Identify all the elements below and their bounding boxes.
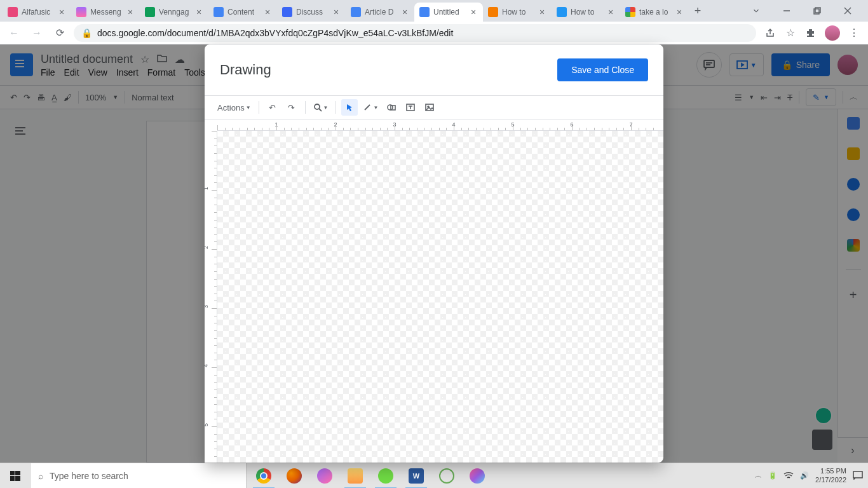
tab-label: How to xyxy=(502,8,535,17)
taskbar-word-icon[interactable]: W xyxy=(402,463,431,489)
address-bar: ← → ⟳ 🔒 docs.google.com/document/d/1MBA2… xyxy=(0,22,868,44)
taskbar-chrome-icon[interactable] xyxy=(249,463,278,489)
select-tool-icon[interactable] xyxy=(341,99,358,116)
tab-label: Alfafusic xyxy=(22,8,55,17)
tab-label: Content xyxy=(227,8,261,17)
search-placeholder: Type here to search xyxy=(50,471,128,481)
taskbar-itunes-icon[interactable] xyxy=(463,463,492,489)
volume-icon[interactable]: 🔊 xyxy=(800,471,809,480)
line-tool-icon[interactable]: ▼ xyxy=(360,99,381,116)
close-icon[interactable]: × xyxy=(263,8,272,17)
tab-howto1[interactable]: How to× xyxy=(483,3,552,22)
vertical-ruler: 12345 xyxy=(205,131,217,463)
tab-content[interactable]: Content× xyxy=(208,3,277,22)
reload-icon[interactable]: ⟳ xyxy=(51,24,69,42)
actions-label: Actions xyxy=(217,103,245,112)
close-icon[interactable]: × xyxy=(538,8,546,17)
tab-label: Untitled xyxy=(433,8,466,17)
drawing-dialog: Drawing Save and Close Actions▼ ↶ ↷ ▼ ▼ … xyxy=(205,44,663,463)
tab-article[interactable]: Article D× xyxy=(346,3,414,22)
tab-label: Messeng xyxy=(90,8,123,17)
close-icon[interactable]: × xyxy=(675,8,684,17)
svg-rect-2 xyxy=(815,8,820,13)
svg-line-13 xyxy=(319,109,322,111)
wifi-icon[interactable] xyxy=(783,471,794,480)
bookmark-star-icon[interactable]: ☆ xyxy=(784,27,797,39)
forward-icon[interactable]: → xyxy=(28,24,46,42)
close-icon[interactable]: × xyxy=(400,8,409,17)
url-input[interactable]: 🔒 docs.google.com/document/d/1MBA2qdx3bV… xyxy=(74,24,756,42)
chrome-menu-icon[interactable]: ⋮ xyxy=(848,27,860,39)
close-icon[interactable]: × xyxy=(126,8,135,17)
new-tab-button[interactable]: + xyxy=(689,2,707,20)
tab-search-icon[interactable] xyxy=(746,2,766,20)
image-tool-icon[interactable] xyxy=(421,99,438,116)
taskbar-messenger-icon[interactable] xyxy=(310,463,339,489)
tab-untitled[interactable]: Untitled× xyxy=(414,3,483,22)
redo-icon[interactable]: ↷ xyxy=(283,99,300,116)
horizontal-ruler: 1234567 xyxy=(217,119,663,131)
tab-google[interactable]: take a lo× xyxy=(620,3,689,22)
close-icon[interactable]: × xyxy=(332,8,341,17)
windows-taskbar: ⌕ Type here to search W ︿ 🔋 🔊 1:55 PM 2/… xyxy=(0,463,868,488)
save-and-close-button[interactable]: Save and Close xyxy=(557,58,648,81)
back-icon[interactable]: ← xyxy=(5,24,23,42)
system-tray: ︿ 🔋 🔊 1:55 PM 2/17/2022 xyxy=(750,467,868,484)
close-icon[interactable]: × xyxy=(194,8,203,17)
svg-line-14 xyxy=(365,105,370,110)
tab-messenger[interactable]: Messeng× xyxy=(71,3,140,22)
drawing-canvas[interactable] xyxy=(217,131,663,463)
start-button[interactable] xyxy=(0,463,31,489)
lock-icon: 🔒 xyxy=(81,28,92,38)
textbox-tool-icon[interactable] xyxy=(402,99,419,116)
tab-discuss[interactable]: Discuss× xyxy=(277,3,346,22)
shape-tool-icon[interactable] xyxy=(383,99,400,116)
browser-tab-strip: Alfafusic× Messeng× Venngag× Content× Di… xyxy=(0,0,868,22)
drawing-canvas-area: 1234567 12345 xyxy=(205,119,663,463)
taskbar-upwork-icon[interactable] xyxy=(371,463,400,489)
close-icon[interactable]: × xyxy=(57,8,66,17)
taskbar-explorer-icon[interactable] xyxy=(341,463,370,489)
url-text: docs.google.com/document/d/1MBA2qdx3bVYx… xyxy=(97,28,453,38)
date-text: 2/17/2022 xyxy=(815,476,846,484)
notifications-icon[interactable] xyxy=(853,471,863,481)
drawing-toolbar: Actions▼ ↶ ↷ ▼ ▼ xyxy=(205,95,663,119)
close-window-icon[interactable] xyxy=(837,2,858,20)
close-icon[interactable]: × xyxy=(469,8,478,17)
tab-venngage[interactable]: Venngag× xyxy=(140,3,208,22)
tab-label: Discuss xyxy=(296,8,329,17)
docs-app: Untitled document ☆ ☁ File Edit View Ins… xyxy=(0,44,868,463)
dialog-title: Drawing xyxy=(220,62,271,78)
tab-alfafusic[interactable]: Alfafusic× xyxy=(3,3,71,22)
minimize-icon[interactable] xyxy=(776,2,797,20)
tab-label: Venngag xyxy=(159,8,192,17)
taskbar-search[interactable]: ⌕ Type here to search xyxy=(31,463,247,489)
tab-label: How to xyxy=(571,8,604,17)
profile-avatar[interactable] xyxy=(825,25,840,41)
undo-icon[interactable]: ↶ xyxy=(264,99,281,116)
taskbar-firefox-icon[interactable] xyxy=(280,463,309,489)
clock[interactable]: 1:55 PM 2/17/2022 xyxy=(815,467,846,484)
svg-rect-22 xyxy=(853,471,862,478)
share-page-icon[interactable] xyxy=(764,27,776,39)
save-close-label: Save and Close xyxy=(571,65,634,75)
tab-label: Article D xyxy=(365,8,398,17)
time-text: 1:55 PM xyxy=(815,467,846,475)
zoom-icon[interactable]: ▼ xyxy=(311,99,331,116)
tab-label: take a lo xyxy=(639,8,672,17)
actions-menu[interactable]: Actions▼ xyxy=(215,99,254,116)
search-icon: ⌕ xyxy=(38,471,43,481)
svg-point-12 xyxy=(315,104,320,109)
maximize-icon[interactable] xyxy=(807,2,827,20)
extensions-icon[interactable] xyxy=(804,27,817,39)
tab-howto2[interactable]: How to× xyxy=(552,3,620,22)
tray-chevron-icon[interactable]: ︿ xyxy=(755,471,762,480)
battery-icon[interactable]: 🔋 xyxy=(768,471,777,480)
taskbar-app-icon[interactable] xyxy=(432,463,461,489)
close-icon[interactable]: × xyxy=(606,8,615,17)
svg-rect-1 xyxy=(814,9,819,14)
